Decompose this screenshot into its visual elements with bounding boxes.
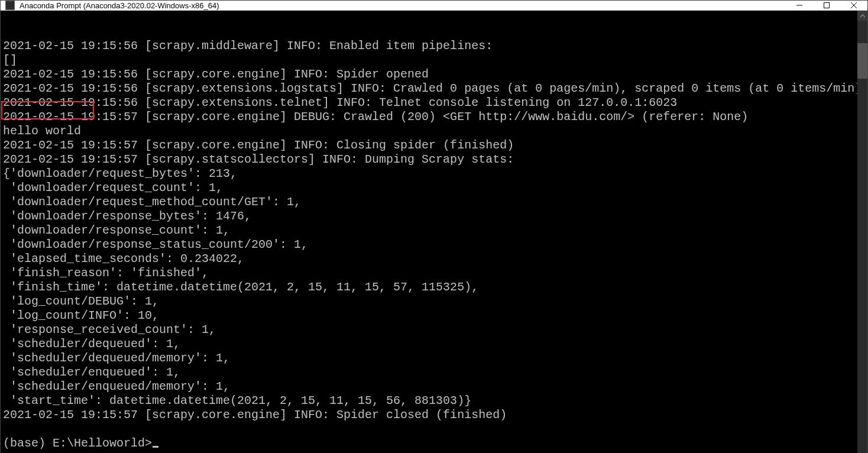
window: Anaconda Prompt (Anaconda3-2020.02-Windo… [0,0,868,453]
window-title: Anaconda Prompt (Anaconda3-2020.02-Windo… [20,1,219,10]
chevron-up-icon [860,14,865,18]
app-icon [5,1,15,10]
titlebar[interactable]: Anaconda Prompt (Anaconda3-2020.02-Windo… [1,1,867,11]
terminal-output: 2021-02-15 19:15:56 [scrapy.middleware] … [3,39,855,451]
terminal[interactable]: 2021-02-15 19:15:56 [scrapy.middleware] … [1,11,857,453]
terminal-area: 2021-02-15 19:15:56 [scrapy.middleware] … [1,11,867,453]
scroll-up-button[interactable] [857,11,867,21]
minimize-icon [796,2,802,8]
maximize-button[interactable] [813,1,840,10]
close-button[interactable] [840,1,867,10]
scroll-thumb[interactable] [857,43,867,79]
cursor [153,446,158,448]
minimize-button[interactable] [786,1,813,10]
maximize-icon [824,2,830,8]
scrollbar[interactable] [857,11,867,453]
svg-rect-1 [824,3,830,8]
window-controls [786,1,867,10]
close-icon [851,2,857,8]
titlebar-left: Anaconda Prompt (Anaconda3-2020.02-Windo… [1,1,219,10]
